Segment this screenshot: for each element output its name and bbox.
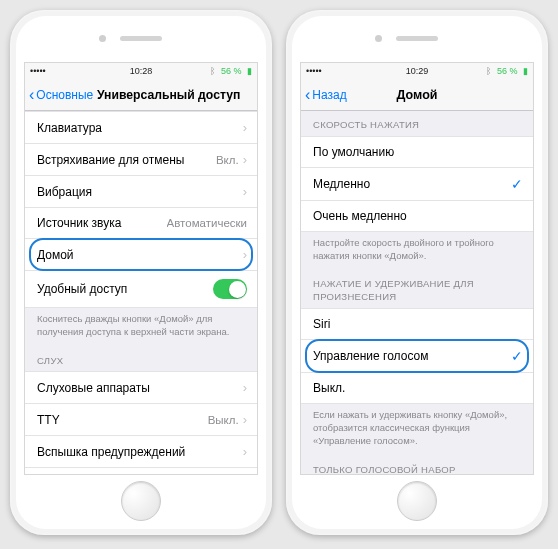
row-label: Вибрация <box>37 185 92 199</box>
status-time: 10:28 <box>130 66 153 76</box>
chevron-right-icon: › <box>243 247 247 262</box>
row-label: Очень медленно <box>313 209 407 223</box>
home-button[interactable] <box>397 481 437 521</box>
section-click-speed: СКОРОСТЬ НАЖАТИЯ <box>301 111 533 136</box>
switch-reachability[interactable] <box>213 279 247 299</box>
row-off[interactable]: Выкл. <box>301 373 533 404</box>
bluetooth-icon: ᛒ <box>210 66 215 76</box>
row-label: Слуховые аппараты <box>37 381 150 395</box>
phone-body: ••••• 10:28 ᛒ 56 % ▮ ‹ Основные Универса… <box>16 16 266 529</box>
nav-bar: ‹ Назад Домой <box>301 79 533 111</box>
row-label: Выкл. <box>313 381 345 395</box>
row-home[interactable]: Домой › <box>25 239 257 271</box>
signal-icon: ••••• <box>306 66 322 76</box>
home-button[interactable] <box>121 481 161 521</box>
back-button[interactable]: ‹ Назад <box>301 86 347 104</box>
settings-list: СКОРОСТЬ НАЖАТИЯ По умолчанию Медленно ✓… <box>301 111 533 474</box>
row-label: Встряхивание для отмены <box>37 153 184 167</box>
row-tty[interactable]: TTY Выкл.› <box>25 404 257 436</box>
row-label: Домой <box>37 248 74 262</box>
row-value: Вкл. <box>216 154 239 166</box>
status-bar: ••••• 10:29 ᛒ 56 % ▮ <box>301 63 533 79</box>
row-keyboard[interactable]: Клавиатура › <box>25 111 257 144</box>
signal-icon: ••••• <box>30 66 46 76</box>
row-flash-alerts[interactable]: Вспышка предупреждений › <box>25 436 257 468</box>
row-value: Выкл. <box>208 414 239 426</box>
back-button[interactable]: ‹ Основные <box>25 86 93 104</box>
nav-bar: ‹ Основные Универсальный доступ <box>25 79 257 111</box>
screen: ••••• 10:28 ᛒ 56 % ▮ ‹ Основные Универса… <box>24 62 258 475</box>
battery-icon: ▮ <box>523 66 528 76</box>
row-sound-source[interactable]: Источник звука Автоматически <box>25 208 257 239</box>
row-label: Siri <box>313 317 330 331</box>
section-hearing: СЛУХ <box>25 343 257 372</box>
back-label: Назад <box>312 88 346 102</box>
status-time: 10:29 <box>406 66 429 76</box>
row-label: Удобный доступ <box>37 282 127 296</box>
row-label: По умолчанию <box>313 145 394 159</box>
footer-text-hold: Если нажать и удерживать кнопку «Домой»,… <box>301 404 533 451</box>
row-voice-control[interactable]: Управление голосом ✓ <box>301 340 533 373</box>
row-speed-very-slow[interactable]: Очень медленно <box>301 201 533 232</box>
status-bar: ••••• 10:28 ᛒ 56 % ▮ <box>25 63 257 79</box>
footer-text-home: Коснитесь дважды кнопки «Домой» для полу… <box>25 308 257 343</box>
battery-icon: ▮ <box>247 66 252 76</box>
section-voice-dial: ТОЛЬКО ГОЛОСОВОЙ НАБОР <box>301 452 533 475</box>
section-press-hold: НАЖАТИЕ И УДЕРЖИВАНИЕ ДЛЯ ПРОИЗНЕСЕНИЯ <box>301 266 533 308</box>
chevron-right-icon: › <box>243 444 247 459</box>
check-icon: ✓ <box>511 348 523 364</box>
row-value: Автоматически <box>167 217 247 229</box>
chevron-right-icon: › <box>243 412 247 427</box>
chevron-left-icon: ‹ <box>29 86 34 104</box>
chevron-left-icon: ‹ <box>305 86 310 104</box>
phone-camera <box>99 35 106 42</box>
screen: ••••• 10:29 ᛒ 56 % ▮ ‹ Назад Домой СКОРО… <box>300 62 534 475</box>
row-label: Управление голосом <box>313 349 428 363</box>
chevron-right-icon: › <box>243 120 247 135</box>
back-label: Основные <box>36 88 93 102</box>
row-speed-default[interactable]: По умолчанию <box>301 136 533 168</box>
footer-text-speed: Настройте скорость двойного и тройного н… <box>301 232 533 267</box>
row-label: TTY <box>37 413 60 427</box>
chevron-right-icon: › <box>243 380 247 395</box>
phone-right: ••••• 10:29 ᛒ 56 % ▮ ‹ Назад Домой СКОРО… <box>286 10 548 535</box>
settings-list: Клавиатура › Встряхивание для отмены Вкл… <box>25 111 257 474</box>
phone-left: ••••• 10:28 ᛒ 56 % ▮ ‹ Основные Универса… <box>10 10 272 535</box>
chevron-right-icon: › <box>243 152 247 167</box>
row-siri[interactable]: Siri <box>301 308 533 340</box>
row-label: Источник звука <box>37 216 121 230</box>
battery-label: 56 % <box>221 66 242 76</box>
row-vibration[interactable]: Вибрация › <box>25 176 257 208</box>
row-label: Вспышка предупреждений <box>37 445 185 459</box>
row-shake-to-undo[interactable]: Встряхивание для отмены Вкл.› <box>25 144 257 176</box>
chevron-right-icon: › <box>243 184 247 199</box>
row-hearing-aids[interactable]: Слуховые аппараты › <box>25 371 257 404</box>
row-label: Клавиатура <box>37 121 102 135</box>
bluetooth-icon: ᛒ <box>486 66 491 76</box>
phone-camera <box>375 35 382 42</box>
battery-label: 56 % <box>497 66 518 76</box>
row-label: Медленно <box>313 177 370 191</box>
check-icon: ✓ <box>511 176 523 192</box>
phone-speaker <box>396 36 438 41</box>
row-mono-audio[interactable]: Моно-аудио <box>25 468 257 474</box>
phone-body: ••••• 10:29 ᛒ 56 % ▮ ‹ Назад Домой СКОРО… <box>292 16 542 529</box>
row-reachability[interactable]: Удобный доступ <box>25 271 257 308</box>
row-speed-slow[interactable]: Медленно ✓ <box>301 168 533 201</box>
phone-speaker <box>120 36 162 41</box>
